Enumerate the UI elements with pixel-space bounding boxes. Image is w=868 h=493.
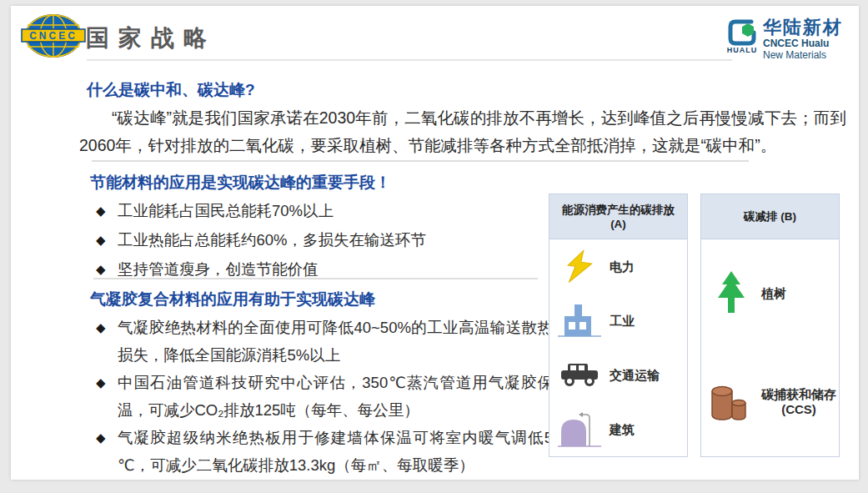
- panel-row-tree: 植树: [701, 239, 839, 348]
- hualu-bracket-icon: [726, 18, 758, 48]
- bullet-text: 气凝胶绝热材料的全面使用可降低40~50%的工业高温输送散热损失，降低全国能源消…: [118, 314, 553, 369]
- row-label-group: 碳捕获和储存 (CCS): [761, 387, 836, 417]
- bullet-text: 工业能耗占国民总能耗70%以上: [118, 196, 546, 225]
- diamond-bullet-icon: ◆: [96, 424, 118, 479]
- panel-row-transport: 交通运输: [549, 348, 687, 402]
- cncec-logo: CNCEC: [20, 13, 87, 62]
- diamond-bullet-icon: ◆: [96, 314, 118, 369]
- reduction-panel-title: 碳减排 (B): [701, 194, 839, 239]
- hualu-text: 华陆新材 CNCEC Hualu New Materials: [763, 18, 843, 61]
- page-title: 国家战略: [86, 23, 216, 54]
- ccs-label-line2: (CCS): [761, 402, 836, 417]
- energy-section-heading: 节能材料的应用是实现碳达峰的重要手段！: [90, 172, 391, 194]
- panel-row-building: 建筑: [549, 402, 687, 456]
- row-label: 交通运输: [610, 368, 660, 383]
- cncec-logo-text: CNCEC: [29, 30, 78, 42]
- hualu-logo: HUALU 华陆新材 CNCEC Hualu New Materials: [726, 18, 843, 61]
- hualu-mark: HUALU: [726, 18, 758, 54]
- aerogel-section-heading: 气凝胶复合材料的应用有助于实现碳达峰: [90, 289, 375, 310]
- bullet-text: 气凝胶超级纳米绝热板用于修建墙体保温可将室内暖气调低5 ℃，可减少二氧化碳排放1…: [118, 424, 553, 479]
- list-item: ◆ 中国石油管道科技研究中心评估，350℃蒸汽管道用气凝胶保温，可减少CO₂排放…: [96, 369, 553, 424]
- diamond-bullet-icon: ◆: [96, 225, 118, 254]
- row-label: 建筑: [610, 422, 635, 437]
- emission-panel: 能源消费产生的碳排放 (A) 电力: [549, 194, 688, 457]
- dome-building-icon: [549, 410, 610, 450]
- hualu-name-en1: CNCEC Hualu: [763, 38, 843, 49]
- emission-panel-body: 电力 工业: [549, 239, 687, 456]
- hualu-word: HUALU: [727, 46, 758, 54]
- list-item: ◆ 气凝胶超级纳米绝热板用于修建墙体保温可将室内暖气调低5 ℃，可减少二氧化碳排…: [96, 424, 553, 479]
- hualu-name-en2: New Materials: [763, 49, 843, 61]
- qa-heading: 什么是碳中和、碳达峰?: [87, 79, 255, 101]
- reduction-panel: 碳减排 (B) 植树: [700, 194, 840, 457]
- section-divider-1: [92, 160, 749, 162]
- bullet-text: 工业热能占总能耗约60%，多损失在输送环节: [118, 225, 546, 254]
- list-item: ◆ 工业能耗占国民总能耗70%以上: [96, 196, 546, 225]
- diamond-bullet-icon: ◆: [96, 369, 118, 424]
- row-label: 工业: [610, 314, 635, 329]
- hualu-name-cn: 华陆新材: [763, 18, 843, 38]
- list-item: ◆ 工业热能占总能耗约60%，多损失在输送环节: [96, 225, 546, 254]
- ccs-label-line1: 碳捕获和储存: [761, 387, 836, 402]
- aerogel-bullet-list: ◆ 气凝胶绝热材料的全面使用可降低40~50%的工业高温输送散热损失，降低全国能…: [96, 314, 553, 479]
- barrels-icon: [701, 381, 761, 423]
- diamond-bullet-icon: ◆: [96, 196, 118, 225]
- row-label: 植树: [761, 286, 786, 301]
- lightning-icon: [549, 249, 610, 285]
- section-divider-2: [93, 278, 538, 279]
- slide-page: { "ui": { "bullet": "◆" }, "header": { "…: [0, 0, 868, 493]
- row-label: 电力: [610, 259, 635, 274]
- cncec-globe-icon: CNCEC: [20, 13, 87, 58]
- tree-icon: [701, 269, 761, 318]
- reduction-panel-body: 植树 碳捕获和储存 (CCS): [701, 239, 839, 456]
- emission-panel-title: 能源消费产生的碳排放 (A): [549, 194, 687, 239]
- panel-row-electricity: 电力: [549, 239, 687, 294]
- car-icon: [549, 363, 610, 388]
- slide-canvas: CNCEC 国家战略 HUALU 华陆新材 CNCEC Hualu New Ma…: [11, 6, 859, 480]
- qa-paragraph: “碳达峰”就是我们国家承诺在2030年前，二氧化碳的排放不再增长，达到峰值之后再…: [79, 104, 846, 159]
- factory-icon: [549, 303, 610, 340]
- panel-row-ccs: 碳捕获和储存 (CCS): [701, 348, 839, 456]
- panel-row-industry: 工业: [549, 294, 687, 348]
- energy-bullet-list: ◆ 工业能耗占国民总能耗70%以上 ◆ 工业热能占总能耗约60%，多损失在输送环…: [96, 196, 546, 284]
- list-item: ◆ 气凝胶绝热材料的全面使用可降低40~50%的工业高温输送散热损失，降低全国能…: [96, 314, 553, 369]
- bullet-text: 中国石油管道科技研究中心评估，350℃蒸汽管道用气凝胶保温，可减少CO₂排放12…: [118, 369, 553, 424]
- header-divider: [87, 59, 732, 61]
